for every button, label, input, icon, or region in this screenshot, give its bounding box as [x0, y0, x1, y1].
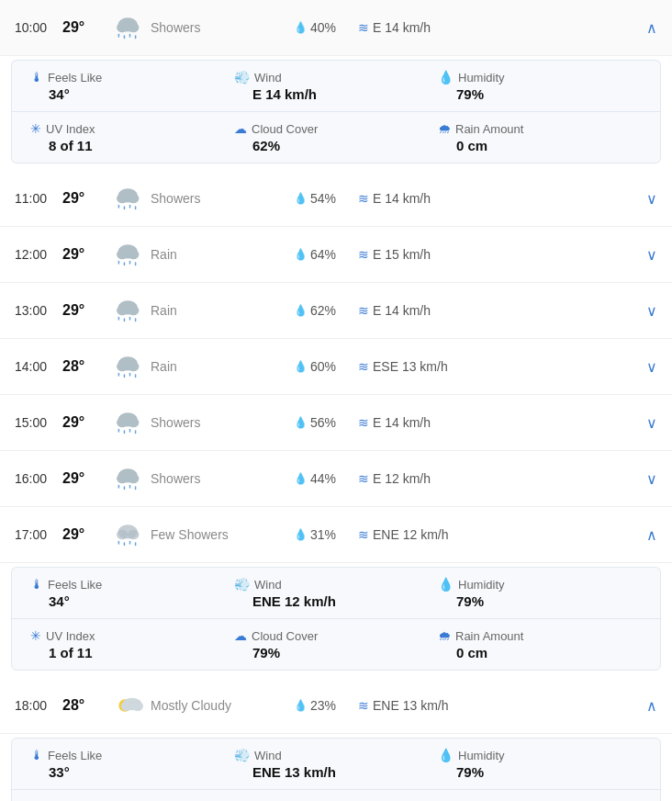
hour-row[interactable]: 18:00 28° Mostly Cloudy 💧 23% ≋ ENE 13 k… [0, 678, 672, 734]
time: 13:00 [15, 303, 62, 318]
hour-row[interactable]: 12:00 29° Rain 💧 64% ≋ E 15 km/h ∨ [0, 227, 672, 283]
wind-direction-icon: ≋ [358, 20, 369, 35]
feels-like-cell: 🌡 Feels Like 34° [30, 577, 234, 609]
weather-icon [110, 180, 147, 217]
hour-row[interactable]: 17:00 29° Few Showers 💧 31% ≋ ENE 12 km/… [0, 507, 672, 563]
svg-rect-39 [124, 430, 126, 434]
rain-amount-icon: 🌧 [438, 628, 451, 643]
hour-row[interactable]: 14:00 28° Rain 💧 60% ≋ ESE 13 km/h ∨ [0, 339, 672, 395]
svg-rect-3 [118, 34, 120, 38]
humidity-value: 79% [438, 764, 642, 780]
feels-like-label: 🌡 Feels Like [30, 70, 234, 85]
wind-direction-icon: ≋ [358, 415, 369, 430]
wind-cell: 💨 Wind ENE 13 km/h [234, 748, 438, 780]
rain-amount-value: 0 cm [438, 138, 642, 153]
hour-row[interactable]: 10:00 29° Showers 💧 40% ≋ E 14 km/h ∧ [0, 0, 672, 56]
humidity-value: 79% [438, 86, 642, 102]
rain-amount-value: 0 cm [438, 645, 642, 660]
rain-drop-icon: 💧 [294, 304, 308, 317]
weather-icon [110, 516, 147, 553]
wind-info: ≋ E 14 km/h [358, 20, 468, 35]
detail-row-2: ✳ UV Index 8 of 11 ☁ Cloud Cover 62% 🌧 R… [12, 112, 660, 163]
condition-area: Mostly Cloudy [110, 687, 294, 724]
condition-area: Rain [110, 292, 294, 329]
wind-direction-icon: ≋ [358, 698, 369, 713]
hour-row[interactable]: 16:00 29° Showers 💧 44% ≋ E 12 km/h ∨ [0, 451, 672, 507]
svg-point-1 [117, 23, 128, 33]
condition-label: Showers [151, 20, 200, 35]
rain-drop-icon: 💧 [294, 528, 308, 541]
svg-point-58 [121, 701, 132, 711]
temperature: 29° [62, 470, 110, 487]
svg-point-59 [132, 701, 143, 711]
condition-area: Rain [110, 348, 294, 385]
svg-point-51 [128, 530, 139, 540]
svg-rect-54 [129, 541, 131, 545]
detail-panel: 🌡 Feels Like 34° 💨 Wind ENE 12 km/h 💧 Hu… [11, 567, 661, 671]
wind-value: E 14 km/h [234, 86, 438, 102]
cloud-cover-value: 62% [234, 138, 438, 153]
rain-percentage: 💧 40% [294, 20, 358, 35]
expand-chevron[interactable]: ∨ [646, 470, 657, 488]
condition-label: Showers [151, 191, 200, 206]
temperature: 29° [62, 246, 110, 263]
detail-row-1: 🌡 Feels Like 34° 💨 Wind ENE 12 km/h 💧 Hu… [12, 568, 660, 619]
wind-label: 💨 Wind [234, 748, 438, 762]
expand-chevron[interactable]: ∧ [646, 526, 657, 544]
temperature: 29° [62, 302, 110, 319]
hour-row[interactable]: 11:00 29° Showers 💧 54% ≋ E 14 km/h ∨ [0, 171, 672, 227]
expand-chevron[interactable]: ∨ [646, 414, 657, 432]
svg-point-9 [128, 194, 139, 204]
svg-rect-25 [124, 318, 126, 322]
svg-rect-4 [124, 35, 126, 39]
expand-chevron[interactable]: ∧ [646, 697, 657, 715]
uv-label: ✳ UV Index [30, 628, 234, 643]
temperature: 29° [62, 190, 110, 207]
time: 17:00 [15, 527, 62, 542]
expand-chevron[interactable]: ∧ [646, 19, 657, 37]
weather-icon [110, 404, 147, 441]
rain-drop-icon: 💧 [294, 416, 308, 429]
condition-area: Showers [110, 404, 294, 441]
detail-row-1: 🌡 Feels Like 33° 💨 Wind ENE 13 km/h 💧 Hu… [12, 739, 660, 790]
humidity-icon: 💧 [438, 577, 454, 592]
humidity-label: 💧 Humidity [438, 70, 642, 85]
svg-rect-6 [135, 35, 137, 39]
condition-label: Rain [151, 359, 177, 374]
thermometer-icon: 🌡 [30, 70, 43, 85]
rain-percentage: 💧 23% [294, 698, 358, 713]
humidity-label: 💧 Humidity [438, 577, 642, 592]
hour-row[interactable]: 15:00 29° Showers 💧 56% ≋ E 14 km/h ∨ [0, 395, 672, 451]
svg-point-15 [117, 250, 128, 260]
rain-percentage: 💧 31% [294, 527, 358, 542]
weather-icon [110, 236, 147, 273]
expand-chevron[interactable]: ∨ [646, 358, 657, 376]
condition-area: Showers [110, 9, 294, 46]
svg-rect-45 [118, 485, 120, 489]
wind-info: ≋ E 12 km/h [358, 471, 468, 486]
wind-value: ENE 13 km/h [234, 764, 438, 780]
hour-row[interactable]: 13:00 29° Rain 💧 62% ≋ E 14 km/h ∨ [0, 283, 672, 339]
expand-chevron[interactable]: ∨ [646, 190, 657, 208]
svg-rect-26 [129, 317, 131, 321]
rain-percentage: 💧 64% [294, 247, 358, 262]
svg-rect-48 [135, 486, 137, 490]
weather-icon [110, 687, 147, 724]
weather-icon [110, 460, 147, 497]
weather-icon [110, 292, 147, 329]
cloud-cover-value: 79% [234, 645, 438, 660]
expand-chevron[interactable]: ∨ [646, 246, 657, 264]
expand-chevron[interactable]: ∨ [646, 302, 657, 320]
uv-value: 8 of 11 [30, 138, 234, 153]
svg-point-30 [128, 362, 139, 372]
svg-rect-32 [124, 374, 126, 378]
humidity-value: 79% [438, 593, 642, 609]
condition-area: Showers [110, 460, 294, 497]
svg-rect-12 [129, 205, 131, 209]
svg-rect-33 [129, 373, 131, 377]
cloud-icon: ☁ [234, 628, 247, 643]
svg-rect-27 [135, 318, 137, 322]
svg-rect-41 [135, 430, 137, 434]
wind-info: ≋ E 14 km/h [358, 191, 468, 206]
temperature: 29° [62, 526, 110, 543]
